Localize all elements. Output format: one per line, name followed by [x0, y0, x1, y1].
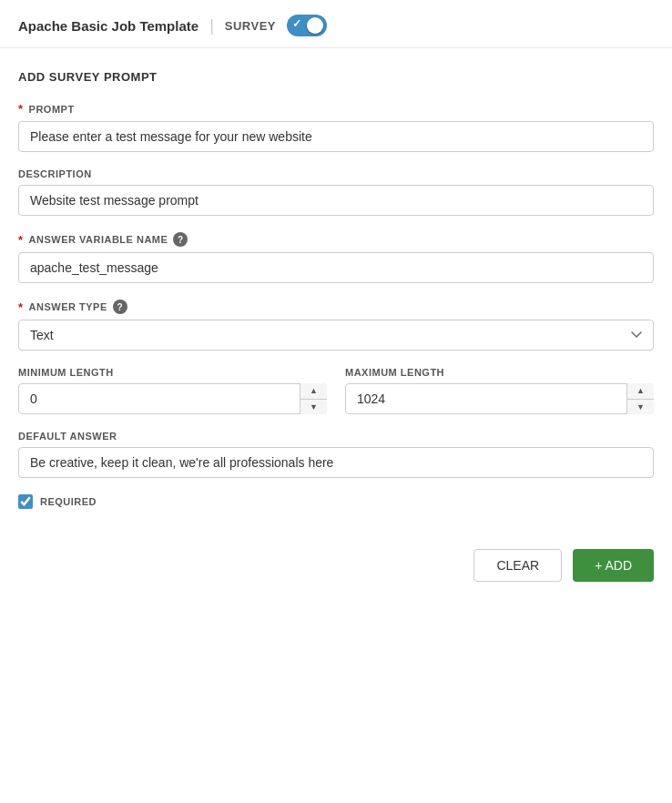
- min-length-group: MINIMUM LENGTH ▲ ▼: [18, 367, 327, 414]
- min-length-input[interactable]: [18, 383, 327, 414]
- description-label-text: DESCRIPTION: [18, 168, 92, 179]
- answer-type-help-icon[interactable]: ?: [113, 300, 127, 314]
- answer-type-label-text: ANSWER TYPE: [29, 301, 107, 312]
- length-group: MINIMUM LENGTH ▲ ▼ MAXIMUM LENGTH ▲ ▼: [18, 367, 654, 431]
- prompt-input[interactable]: [18, 121, 654, 152]
- required-checkbox[interactable]: [18, 494, 33, 509]
- answer-variable-label: * ANSWER VARIABLE NAME ?: [18, 232, 654, 247]
- required-label: REQUIRED: [40, 496, 97, 507]
- answer-type-select[interactable]: Text Textarea Password Integer Float Lis…: [18, 320, 654, 351]
- max-length-label: MAXIMUM LENGTH: [345, 367, 654, 378]
- answer-variable-name-group: * ANSWER VARIABLE NAME ?: [18, 232, 654, 283]
- description-input[interactable]: [18, 185, 654, 216]
- add-button[interactable]: + ADD: [573, 549, 654, 582]
- answer-variable-help-icon[interactable]: ?: [173, 232, 188, 247]
- default-answer-input[interactable]: [18, 447, 654, 478]
- required-group: REQUIRED: [18, 494, 654, 509]
- footer-actions: CLEAR + ADD: [0, 531, 672, 604]
- max-length-label-text: MAXIMUM LENGTH: [345, 367, 444, 378]
- clear-button[interactable]: CLEAR: [473, 549, 562, 582]
- toggle-thumb: [307, 17, 323, 34]
- default-answer-label-text: DEFAULT ANSWER: [18, 431, 117, 442]
- answer-type-label: * ANSWER TYPE ?: [18, 300, 654, 314]
- prompt-group: * PROMPT: [18, 102, 654, 152]
- min-length-label-text: MINIMUM LENGTH: [18, 367, 114, 378]
- section-title: ADD SURVEY PROMPT: [18, 70, 654, 84]
- answer-type-group: * ANSWER TYPE ? Text Textarea Password I…: [18, 300, 654, 351]
- answer-variable-input[interactable]: [18, 252, 654, 283]
- answer-variable-required-star: *: [18, 233, 24, 247]
- toggle-track: [287, 15, 327, 36]
- default-answer-label: DEFAULT ANSWER: [18, 431, 654, 442]
- description-group: DESCRIPTION: [18, 168, 654, 216]
- prompt-label-text: PROMPT: [29, 104, 75, 115]
- answer-variable-label-text: ANSWER VARIABLE NAME: [29, 234, 168, 245]
- min-length-spinners: ▲ ▼: [300, 383, 327, 414]
- page-header: Apache Basic Job Template | SURVEY: [0, 0, 672, 48]
- max-length-group: MAXIMUM LENGTH ▲ ▼: [345, 367, 654, 414]
- max-length-up-button[interactable]: ▲: [627, 383, 654, 400]
- max-length-input[interactable]: [345, 383, 654, 414]
- answer-type-required-star: *: [18, 300, 24, 314]
- prompt-required-star: *: [18, 102, 24, 116]
- header-divider: |: [209, 16, 214, 36]
- min-length-label: MINIMUM LENGTH: [18, 367, 327, 378]
- max-length-down-button[interactable]: ▼: [627, 400, 654, 415]
- min-length-up-button[interactable]: ▲: [300, 383, 327, 400]
- page-title: Apache Basic Job Template: [18, 18, 199, 34]
- max-length-input-wrapper: ▲ ▼: [345, 383, 654, 414]
- prompt-label: * PROMPT: [18, 102, 654, 116]
- default-answer-group: DEFAULT ANSWER: [18, 431, 654, 478]
- max-length-spinners: ▲ ▼: [626, 383, 654, 414]
- survey-label: SURVEY: [225, 19, 276, 33]
- survey-toggle[interactable]: [287, 15, 327, 36]
- description-label: DESCRIPTION: [18, 168, 654, 179]
- min-length-input-wrapper: ▲ ▼: [18, 383, 327, 414]
- min-length-down-button[interactable]: ▼: [300, 400, 327, 415]
- main-content: ADD SURVEY PROMPT * PROMPT DESCRIPTION *…: [0, 48, 672, 531]
